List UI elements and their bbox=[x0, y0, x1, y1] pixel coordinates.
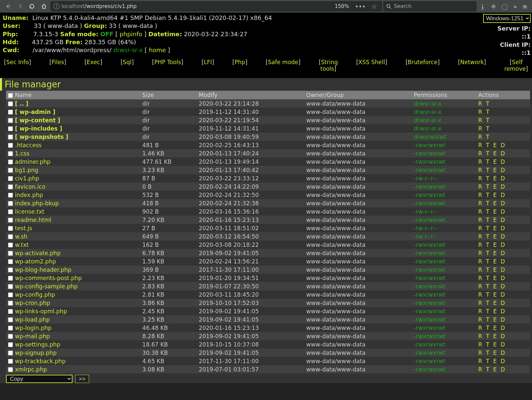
col-modify[interactable]: Modify bbox=[197, 91, 304, 99]
file-perm[interactable]: -rwxrwxrwt bbox=[412, 141, 476, 149]
action-E[interactable]: E bbox=[493, 242, 499, 248]
action-T[interactable]: T bbox=[486, 192, 491, 198]
tab-php-tools[interactable]: [PHP Tools] bbox=[152, 59, 183, 72]
file-link[interactable]: wp-mail.php bbox=[15, 333, 50, 340]
action-R[interactable]: R bbox=[478, 358, 484, 364]
action-T[interactable]: T bbox=[486, 175, 491, 182]
row-checkbox[interactable] bbox=[8, 126, 13, 131]
action-T[interactable]: T bbox=[486, 300, 491, 306]
file-link[interactable]: wp-settings.php bbox=[15, 341, 60, 348]
row-checkbox[interactable] bbox=[8, 234, 13, 239]
file-perm[interactable]: -rw-r--r-- bbox=[412, 224, 476, 232]
file-link[interactable]: [ wp-snapshots ] bbox=[15, 134, 68, 140]
extension2-icon[interactable]: ◯ bbox=[499, 3, 510, 10]
file-link[interactable]: wp-trackback.php bbox=[15, 358, 66, 364]
file-link[interactable]: [ wp-includes ] bbox=[15, 125, 62, 132]
tab-self-remove[interactable]: [Selfremove] bbox=[504, 59, 528, 72]
action-T[interactable]: T bbox=[486, 341, 491, 348]
file-link[interactable]: test.js bbox=[15, 225, 32, 232]
action-E[interactable]: E bbox=[493, 233, 499, 240]
action-D[interactable]: D bbox=[500, 250, 507, 256]
file-perm[interactable]: drwsr-sr-x bbox=[412, 108, 476, 116]
action-E[interactable]: E bbox=[493, 142, 499, 149]
file-link[interactable]: wp-activate.php bbox=[15, 250, 61, 256]
action-D[interactable]: D bbox=[500, 183, 507, 190]
file-perm[interactable]: -rwxrwxrwt bbox=[412, 241, 476, 249]
row-checkbox[interactable] bbox=[8, 159, 13, 164]
tab-lfi[interactable]: [LFI] bbox=[201, 59, 214, 72]
file-perm[interactable]: drwsr-sr-x bbox=[412, 99, 476, 108]
action-T[interactable]: T bbox=[486, 275, 491, 281]
action-D[interactable]: D bbox=[500, 283, 507, 290]
cwd-path[interactable]: /var/www/html/wordpress/ bbox=[33, 47, 111, 53]
back-button[interactable] bbox=[3, 1, 13, 12]
tab-bruteforce[interactable]: [Bruteforce] bbox=[406, 59, 440, 72]
row-checkbox[interactable] bbox=[8, 209, 13, 214]
file-perm[interactable]: -rwxrwxrwt bbox=[412, 249, 476, 257]
go-button[interactable]: >> bbox=[75, 375, 89, 383]
tab-safe-mode[interactable]: [Safe mode] bbox=[266, 59, 301, 72]
url-bar[interactable]: i localhost/wordpress/civ1.php 150% ••• … bbox=[51, 1, 382, 11]
col-name[interactable]: Name bbox=[6, 91, 140, 99]
file-perm[interactable]: -rw-r--r-- bbox=[412, 207, 476, 216]
action-E[interactable]: E bbox=[493, 325, 499, 331]
action-E[interactable]: E bbox=[493, 167, 499, 173]
action-R[interactable]: R bbox=[478, 167, 484, 173]
file-link[interactable]: wp-blog-header.php bbox=[15, 266, 71, 273]
action-R[interactable]: R bbox=[478, 200, 484, 207]
action-R[interactable]: R bbox=[478, 150, 484, 157]
action-R[interactable]: R bbox=[478, 225, 484, 232]
action-R[interactable]: R bbox=[478, 192, 484, 198]
action-R[interactable]: R bbox=[478, 250, 484, 256]
row-checkbox[interactable] bbox=[8, 301, 13, 306]
row-checkbox[interactable] bbox=[8, 218, 13, 223]
action-D[interactable]: D bbox=[500, 275, 507, 281]
file-link[interactable]: bg1.png bbox=[15, 167, 38, 173]
phpinfo-link[interactable]: phpinfo bbox=[120, 31, 142, 38]
file-link[interactable]: wp-cron.php bbox=[15, 300, 50, 306]
action-T[interactable]: T bbox=[486, 333, 491, 340]
file-link[interactable]: favicon.ico bbox=[15, 183, 46, 190]
action-E[interactable]: E bbox=[493, 150, 499, 157]
action-R[interactable]: R bbox=[478, 217, 484, 223]
file-link[interactable]: [ wp-admin ] bbox=[15, 109, 56, 115]
action-E[interactable]: E bbox=[493, 217, 499, 223]
action-E[interactable]: E bbox=[493, 258, 499, 265]
file-link[interactable]: .htaccess bbox=[15, 142, 42, 149]
tab-network[interactable]: [Network] bbox=[458, 59, 486, 72]
action-R[interactable]: R bbox=[478, 283, 484, 290]
file-perm[interactable]: -rwxrwxrwt bbox=[412, 191, 476, 199]
row-checkbox[interactable] bbox=[8, 267, 13, 272]
action-D[interactable]: D bbox=[500, 341, 507, 348]
file-perm[interactable]: -rwxrwxrwt bbox=[412, 357, 476, 365]
action-D[interactable]: D bbox=[500, 200, 507, 207]
file-perm[interactable]: -rwxrwxrwt bbox=[412, 182, 476, 191]
action-R[interactable]: R bbox=[478, 350, 484, 356]
action-R[interactable]: R bbox=[478, 142, 484, 149]
tab-files[interactable]: [Files] bbox=[50, 59, 66, 72]
row-checkbox[interactable] bbox=[8, 292, 13, 297]
row-checkbox[interactable] bbox=[8, 284, 13, 289]
file-link[interactable]: wp-config.php bbox=[15, 291, 55, 298]
file-link[interactable]: wp-config-sample.php bbox=[15, 283, 78, 290]
action-T[interactable]: T bbox=[486, 125, 491, 132]
action-E[interactable]: E bbox=[493, 333, 499, 340]
action-T[interactable]: T bbox=[486, 208, 491, 215]
file-link[interactable]: wp-load.php bbox=[15, 316, 50, 323]
row-checkbox[interactable] bbox=[8, 342, 13, 347]
file-perm[interactable]: -rwxrwxrwt bbox=[412, 282, 476, 290]
row-checkbox[interactable] bbox=[8, 243, 13, 248]
action-E[interactable]: E bbox=[493, 225, 499, 232]
file-perm[interactable]: -rwxrwxrwt bbox=[412, 299, 476, 307]
action-T[interactable]: T bbox=[486, 134, 491, 140]
action-T[interactable]: T bbox=[486, 183, 491, 190]
row-checkbox[interactable] bbox=[8, 184, 13, 189]
action-E[interactable]: E bbox=[493, 283, 499, 290]
search-box[interactable]: Search bbox=[383, 1, 476, 11]
action-D[interactable]: D bbox=[500, 242, 507, 248]
hamburger-icon[interactable]: ≡ bbox=[520, 3, 529, 10]
file-link[interactable]: [ .. ] bbox=[15, 100, 28, 107]
file-perm[interactable]: -rwxrwxrwt bbox=[412, 199, 476, 207]
action-D[interactable]: D bbox=[500, 325, 507, 331]
zoom-level[interactable]: 150% bbox=[333, 3, 351, 9]
